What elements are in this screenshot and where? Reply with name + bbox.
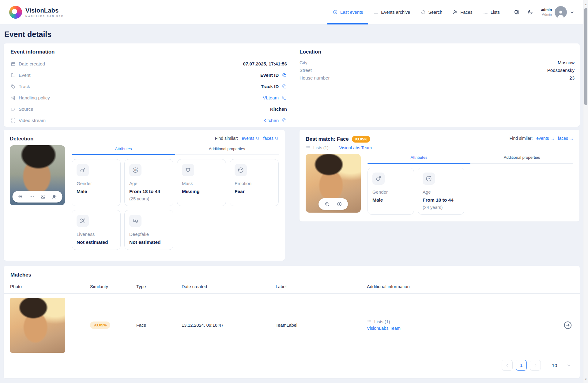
moon-icon	[527, 9, 533, 15]
list-icon	[373, 9, 379, 15]
user-role: Admin	[541, 12, 552, 17]
language-globe-button[interactable]	[512, 7, 522, 17]
row-street: Street Podsosensky	[300, 67, 575, 73]
detection-find-similar: Find similar: events faces	[215, 136, 279, 141]
prev-page-button[interactable]	[502, 360, 513, 371]
zoom-in-icon[interactable]	[324, 201, 330, 207]
zoom-in-icon[interactable]	[18, 194, 23, 199]
nav-tab-label: Faces	[460, 10, 473, 15]
similarity-badge: 93.05%	[352, 136, 371, 143]
matches-title: Matches	[4, 266, 580, 278]
row-label: Source	[19, 106, 33, 112]
find-similar-events-link[interactable]: events	[536, 136, 554, 141]
col-additional-information: Additional information	[367, 284, 543, 289]
copy-handling-policy-button[interactable]	[282, 95, 287, 100]
handling-policy-link[interactable]: VLteam	[263, 95, 279, 100]
find-similar-faces-link[interactable]: faces	[558, 136, 573, 141]
arrow-right-circle-icon	[563, 321, 572, 330]
reticle-icon	[420, 9, 426, 15]
best-match-title: Best match: Face	[306, 136, 349, 142]
tab-attributes[interactable]: Attributes	[368, 154, 470, 163]
nav-tab-faces[interactable]: Faces	[447, 0, 478, 24]
house-number-value: 23	[569, 75, 575, 80]
page-1-button[interactable]: 1	[516, 360, 527, 371]
copy-icon	[282, 95, 287, 100]
more-options-icon[interactable]	[29, 194, 35, 199]
main-nav: Last events Events archive Search Faces …	[327, 0, 505, 24]
image-icon[interactable]	[40, 194, 46, 199]
best-match-find-similar: Find similar: events faces	[510, 136, 573, 141]
row-label: Track	[19, 84, 30, 89]
row-house-number: House number 23	[300, 75, 575, 81]
match-photo[interactable]	[10, 298, 65, 353]
nav-tab-events-archive[interactable]: Events archive	[368, 0, 415, 24]
video-camera-icon	[10, 106, 16, 112]
best-match-card: Best match: Face 93.05% Find similar: ev…	[300, 130, 579, 221]
nav-tab-label: Last events	[340, 10, 363, 15]
copy-track-id-button[interactable]	[282, 84, 287, 89]
match-lists-count: Lists (1)	[367, 319, 543, 324]
nav-tab-search[interactable]: Search	[415, 0, 447, 24]
chevron-left-icon	[505, 363, 510, 368]
match-list-link[interactable]: VisionLabs Team	[367, 326, 401, 331]
globe-icon	[514, 9, 520, 15]
find-similar-events-link[interactable]: events	[242, 136, 259, 141]
copy-video-stream-button[interactable]	[282, 118, 287, 123]
row-video-stream: Video stream Kitchen	[10, 117, 287, 124]
location-title: Location	[300, 49, 575, 55]
visionlabs-logo[interactable]: VisionLabs MACHINES CAN SEE	[9, 6, 64, 19]
arrow-right-circle-icon[interactable]	[337, 201, 342, 207]
tab-attributes[interactable]: Attributes	[72, 145, 175, 154]
scroll-up-arrow[interactable]: ▲	[583, 2, 588, 7]
attribute-value: Not estimated	[129, 240, 168, 245]
nav-tab-last-events[interactable]: Last events	[327, 0, 368, 24]
scroll-down-arrow[interactable]: ▼	[583, 377, 588, 382]
nav-tab-label: Search	[428, 10, 442, 15]
find-similar-label: Find similar:	[510, 136, 533, 141]
attribute-value: Fear	[235, 189, 274, 194]
attribute-value: Male	[372, 197, 409, 203]
attribute-label: Age	[423, 189, 459, 195]
clock-icon	[333, 9, 338, 15]
attribute-label: Gender	[372, 189, 409, 195]
best-match-photo[interactable]	[306, 154, 361, 213]
scrollbar-thumb[interactable]	[584, 8, 587, 105]
find-similar-label: Find similar:	[215, 136, 238, 141]
tab-additional-properties[interactable]: Additional properties	[470, 154, 573, 163]
tag-icon	[10, 84, 16, 89]
window-scrollbar[interactable]: ▲ ▼	[583, 0, 588, 383]
attribute-card-liveness: Liveness Not estimated	[72, 210, 121, 250]
mask-icon	[182, 164, 194, 176]
attribute-card-emotion: Emotion Fear	[230, 159, 279, 206]
col-label: Label	[276, 284, 367, 289]
page-size-select[interactable]: 10	[552, 363, 571, 368]
next-page-button[interactable]	[530, 360, 541, 371]
attribute-card-mask: Mask Missing	[177, 159, 226, 206]
person-add-icon[interactable]	[52, 194, 57, 199]
row-city: City Moscow	[300, 59, 575, 65]
attribute-subvalue: (24 years)	[423, 205, 459, 210]
people-icon	[453, 9, 458, 15]
theme-toggle-button[interactable]	[525, 7, 536, 17]
copy-event-id-button[interactable]	[282, 73, 287, 78]
age-18plus-icon: 18	[423, 173, 435, 185]
user-name: admin	[541, 8, 552, 12]
tab-additional-properties[interactable]: Additional properties	[175, 145, 279, 154]
row-date-created: Date created 07.07.2025, 17:41:56	[10, 60, 287, 68]
find-similar-faces-link[interactable]: faces	[263, 136, 279, 141]
row-event: Event Event ID	[10, 71, 287, 79]
match-type: Face	[136, 323, 182, 328]
detection-photo[interactable]	[10, 145, 65, 205]
user-menu[interactable]: admin Admin	[541, 6, 575, 18]
video-stream-link[interactable]: Kitchen	[263, 118, 279, 123]
deepfake-masks-icon	[129, 215, 141, 227]
street-value: Podsosensky	[547, 68, 575, 73]
match-date: 13.12.2024, 09:16:47	[182, 323, 276, 328]
row-label: Handling policy	[19, 95, 50, 100]
nav-tab-lists[interactable]: Lists	[478, 0, 505, 24]
sliders-icon	[10, 95, 16, 101]
search-icon	[255, 136, 260, 140]
lists-team-link[interactable]: VisionLabs Team	[339, 145, 372, 150]
open-match-button[interactable]	[563, 321, 572, 330]
detection-photo-toolbar	[13, 191, 62, 203]
